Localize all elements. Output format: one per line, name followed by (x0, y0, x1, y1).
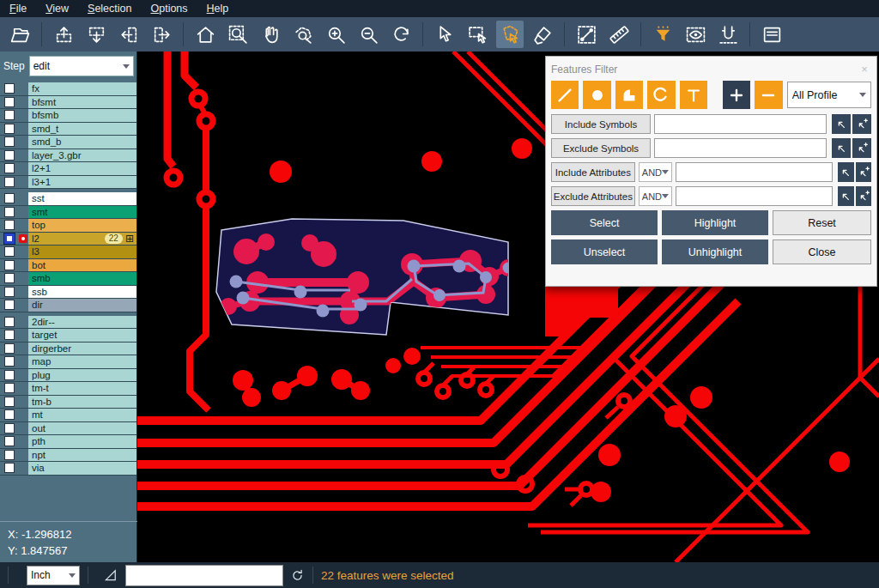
layer-checkbox[interactable] (4, 260, 15, 270)
include-attributes-button[interactable]: Include Attributes (551, 162, 635, 182)
layer-checkbox[interactable] (4, 330, 15, 340)
layer-row-dirgerber[interactable]: dirgerber (0, 342, 136, 356)
layer-checkbox[interactable] (4, 177, 15, 187)
unselect-button[interactable]: Unselect (551, 239, 658, 264)
highlight-button[interactable]: Highlight (662, 210, 768, 235)
layer-checkbox[interactable] (4, 450, 15, 460)
menu-help[interactable]: Help (197, 0, 239, 17)
layer-row-layer_3.gbr[interactable]: layer_3.gbr (0, 149, 136, 163)
layer-row-bfsmt[interactable]: bfsmt (0, 96, 136, 110)
close-icon[interactable]: × (858, 63, 871, 76)
layer-checkbox[interactable] (4, 463, 15, 473)
layer-row-l3[interactable]: l3 (0, 246, 136, 259)
layer-name[interactable]: l3+1 (28, 176, 136, 189)
layer-checkbox[interactable] (4, 383, 15, 393)
include-attributes-input[interactable] (676, 162, 833, 182)
clear-brush-button[interactable] (529, 21, 556, 48)
exclude-symbols-pick-button[interactable] (832, 138, 851, 158)
send-up-button[interactable] (50, 21, 77, 48)
exclude-attributes-pick-add-button[interactable] (856, 186, 871, 206)
include-symbols-button[interactable]: Include Symbols (551, 114, 651, 134)
menu-options[interactable]: Options (141, 0, 197, 17)
layer-name[interactable]: map (28, 355, 136, 368)
filter-pad-button[interactable] (583, 81, 610, 109)
pcb-canvas-viewport[interactable]: Features Filter × All Profile Include Sy… (137, 52, 879, 562)
filter-button[interactable] (649, 21, 676, 48)
layer-name[interactable]: dirgerber (28, 342, 136, 355)
layer-row-npt[interactable]: npt (0, 449, 136, 463)
layer-row-via[interactable]: via (0, 462, 136, 476)
layer-row-out[interactable]: out (0, 422, 136, 436)
layer-row-smd_t[interactable]: smd_t (0, 123, 136, 136)
layer-name[interactable]: smd_t (28, 123, 136, 136)
layer-checkbox[interactable] (4, 423, 15, 433)
layer-checkbox[interactable] (4, 220, 15, 230)
select-button[interactable]: Select (551, 210, 658, 235)
layer-row-l3+1[interactable]: l3+1 (0, 176, 136, 190)
layer-checkbox[interactable] (4, 287, 15, 297)
menu-view[interactable]: View (36, 0, 78, 17)
filter-add-button[interactable] (723, 81, 750, 109)
filter-remove-button[interactable] (755, 81, 782, 109)
include-attributes-and-select[interactable]: AND (639, 162, 672, 182)
exclude-symbols-input[interactable] (654, 138, 827, 158)
profile-select[interactable]: All Profile (787, 82, 871, 108)
layer-checkbox[interactable] (4, 233, 15, 244)
menu-selection[interactable]: Selection (78, 0, 141, 17)
layer-row-mt[interactable]: mt (0, 409, 136, 422)
layer-row-smd_b[interactable]: smd_b (0, 136, 136, 149)
layer-name[interactable]: tm-t (28, 382, 136, 395)
layer-name[interactable]: mt (28, 409, 136, 421)
layer-name[interactable]: l2+1 (28, 162, 136, 175)
include-symbols-pick-button[interactable] (832, 114, 851, 134)
layer-row-pth[interactable]: pth (0, 435, 136, 449)
layer-name[interactable]: bfsmb (28, 109, 136, 122)
filter-line-button[interactable] (551, 81, 579, 109)
home-button[interactable] (191, 21, 219, 48)
layer-checkbox[interactable] (4, 273, 15, 283)
measure-ruler-button[interactable] (605, 21, 633, 48)
layer-checkbox[interactable] (4, 97, 15, 107)
include-symbols-input[interactable] (654, 114, 827, 134)
layer-row-ssb[interactable]: ssb (0, 286, 136, 300)
layer-checkbox[interactable] (4, 163, 15, 173)
layer-name[interactable]: 2dir-- (28, 316, 136, 329)
layer-name[interactable]: top (28, 219, 136, 232)
close-button[interactable]: Close (773, 239, 871, 264)
layer-name[interactable]: smb (28, 272, 136, 285)
layer-name[interactable]: fx (28, 82, 136, 95)
layer-row-l2+1[interactable]: l2+1 (0, 162, 136, 176)
send-left-button[interactable] (115, 21, 142, 48)
refresh-icon[interactable] (290, 568, 305, 583)
exclude-attributes-button[interactable]: Exclude Attributes (551, 186, 635, 206)
include-symbols-pick-add-button[interactable] (852, 114, 871, 134)
unit-select[interactable]: Inch (27, 566, 80, 585)
layer-row-map[interactable]: map (0, 355, 136, 369)
layer-name[interactable]: sst (28, 192, 136, 205)
command-input[interactable] (125, 565, 283, 586)
zoom-area-button[interactable] (224, 21, 252, 48)
matrix-icon[interactable]: ⊞ (125, 233, 134, 244)
layer-row-2dir--[interactable]: 2dir-- (0, 316, 136, 330)
layers-panel-button[interactable] (758, 21, 785, 48)
select-cursor-button[interactable] (431, 21, 458, 48)
layer-row-bot[interactable]: bot (0, 259, 136, 273)
layer-checkbox[interactable] (4, 124, 15, 134)
snap-magnet-button[interactable] (714, 21, 742, 48)
snap-angle-icon[interactable] (103, 567, 118, 583)
send-right-button[interactable] (148, 21, 175, 48)
pan-hand-button[interactable] (257, 21, 284, 48)
layer-checkbox[interactable] (4, 83, 15, 94)
dialog-title-bar[interactable]: Features Filter × (551, 60, 871, 78)
layer-name[interactable]: plug (28, 369, 136, 382)
include-attributes-pick-add-button[interactable] (856, 162, 871, 182)
layer-checkbox[interactable] (4, 436, 15, 446)
select-polygon-button[interactable] (496, 21, 524, 48)
layer-checkbox[interactable] (4, 193, 15, 203)
layer-row-tm-t[interactable]: tm-t (0, 382, 136, 396)
exclude-attributes-pick-button[interactable] (838, 186, 853, 206)
layer-row-sst[interactable]: sst (0, 192, 136, 206)
zoom-polygon-button[interactable] (289, 21, 317, 48)
measure-line-button[interactable] (573, 21, 600, 48)
layer-name[interactable]: l222⊞ (28, 233, 136, 246)
